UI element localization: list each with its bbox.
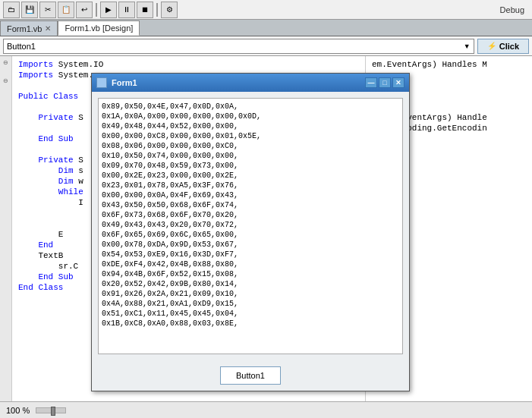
- toolbar-btn-pause[interactable]: ⏸: [118, 2, 135, 18]
- toolbar-separator-2: [156, 3, 158, 17]
- hex-line-9: 0x23,0x01,0x78,0xA5,0x3F,0x76,: [102, 181, 399, 190]
- gutter-line-1: ⊖: [2, 58, 10, 67]
- toolbar-separator-1: [96, 3, 97, 17]
- hex-line-7: 0x09,0x70,0x48,0x59,0x73,0x00,: [102, 161, 399, 171]
- hex-line-19: 0x20,0x52,0x42,0x9B,0x80,0x14,: [102, 279, 399, 289]
- toolbar-btn-1[interactable]: 🗀: [3, 2, 20, 18]
- hex-line-8: 0x00,0x2E,0x23,0x00,0x00,0x2E,: [102, 171, 399, 181]
- dialog-close-button[interactable]: ✕: [392, 77, 405, 88]
- hex-line-12: 0x6F,0x73,0x68,0x6F,0x70,0x20,: [102, 210, 399, 220]
- hex-line-21: 0x4A,0x88,0x21,0xA1,0xD9,0x15,: [102, 299, 399, 309]
- hex-line-17: 0xDE,0xF4,0x42,0x4B,0x88,0x80,: [102, 259, 399, 269]
- hex-line-23: 0x1B,0xC8,0xA0,0x88,0x03,0x8E,: [102, 319, 399, 328]
- gutter-line-3: ⊖: [2, 76, 10, 85]
- tab-form1vb-close[interactable]: ✕: [45, 24, 51, 33]
- dialog-button1[interactable]: Button1: [220, 366, 281, 385]
- debug-label: Debug: [496, 5, 529, 14]
- hex-line-13: 0x49,0x43,0x43,0x20,0x70,0x72,: [102, 220, 399, 230]
- hex-line-18: 0x94,0x4B,0x6F,0x52,0x15,0x08,: [102, 269, 399, 279]
- tab-form1vb-design-label: Form1.vb [Design]: [65, 24, 133, 33]
- dialog-titlebar: Form1 — □ ✕: [92, 74, 409, 92]
- click-label-text: Click: [499, 42, 519, 51]
- zoom-slider[interactable]: [36, 407, 66, 413]
- hex-line-20: 0x91,0x26,0x2A,0x21,0x09,0x10,: [102, 289, 399, 299]
- hex-line-10: 0x00,0x00,0x0A,0x4F,0x69,0x43,: [102, 190, 399, 200]
- lightning-icon: ⚡: [487, 42, 496, 50]
- right-code-line-1: em.EventArgs) Handles M: [372, 59, 526, 70]
- toolbar-btn-4[interactable]: 📋: [58, 2, 74, 18]
- tab-bar: Form1.vb ✕ Form1.vb [Design]: [0, 20, 532, 36]
- event-dropdown[interactable]: Button1 ▼: [3, 39, 474, 54]
- toolbar: 🗀 💾 ✂ 📋 ↩ ▶ ⏸ ⏹ ⚙ Debug: [0, 0, 532, 20]
- status-bar: 100 %: [0, 401, 532, 418]
- hex-line-11: 0x43,0x50,0x50,0x68,0x6F,0x74,: [102, 200, 399, 210]
- dialog-title-controls: — □ ✕: [365, 77, 405, 88]
- tab-form1vb-design[interactable]: Form1.vb [Design]: [58, 20, 140, 36]
- dropdown-arrow-icon: ▼: [464, 42, 471, 50]
- hex-line-6: 0x10,0x50,0x74,0x00,0x00,0x00,: [102, 151, 399, 161]
- dialog-title-icon: [96, 77, 107, 88]
- hex-line-1: 0x89,0x50,0x4E,0x47,0x0D,0x0A,: [102, 102, 399, 112]
- hex-line-2: 0x1A,0x0A,0x00,0x00,0x00,0x00,0x0D,: [102, 112, 399, 121]
- hex-line-14: 0x6F,0x65,0x69,0x6C,0x65,0x00,: [102, 230, 399, 240]
- zoom-slider-thumb[interactable]: [51, 407, 55, 416]
- dialog-minimize-button[interactable]: —: [365, 77, 377, 88]
- dialog-body: 0x89,0x50,0x4E,0x47,0x0D,0x0A, 0x1A,0x0A…: [92, 92, 409, 360]
- hex-line-15: 0x00,0x78,0xDA,0x9D,0x53,0x67,: [102, 240, 399, 250]
- toolbar-btn-2[interactable]: 💾: [21, 2, 38, 18]
- gutter-line-2: [2, 67, 10, 76]
- toolbar-btn-settings[interactable]: ⚙: [161, 2, 178, 18]
- code-line-1: Imports System.IO: [18, 59, 359, 70]
- toolbar-btn-run[interactable]: ▶: [100, 2, 117, 18]
- click-label[interactable]: ⚡ Click: [477, 39, 529, 54]
- dialog-footer: Button1: [92, 360, 409, 391]
- hex-content-area[interactable]: 0x89,0x50,0x4E,0x47,0x0D,0x0A, 0x1A,0x0A…: [98, 98, 403, 354]
- tab-form1vb-label: Form1.vb: [7, 24, 42, 33]
- hex-line-16: 0x54,0x53,0xE9,0x16,0x3D,0xF7,: [102, 250, 399, 259]
- zoom-label: 100 %: [6, 406, 30, 415]
- hex-line-22: 0x51,0xC1,0x11,0x45,0x45,0x04,: [102, 309, 399, 319]
- dialog-maximize-button[interactable]: □: [379, 77, 391, 88]
- tab-form1vb[interactable]: Form1.vb ✕: [0, 20, 58, 36]
- toolbar-btn-stop[interactable]: ⏹: [137, 2, 153, 18]
- toolbar-btn-3[interactable]: ✂: [39, 2, 56, 18]
- event-dropdown-value: Button1: [7, 42, 36, 51]
- hex-line-4: 0x00,0x00,0xC8,0x00,0x00,0x01,0x5E,: [102, 131, 399, 141]
- toolbar-btn-5[interactable]: ↩: [76, 2, 93, 18]
- hex-line-3: 0x49,0x48,0x44,0x52,0x00,0x00,: [102, 121, 399, 131]
- dialog-title-text: Form1: [112, 78, 137, 87]
- form1-dialog: Form1 — □ ✕ 0x89,0x50,0x4E,0x47,0x0D,0x0…: [91, 73, 410, 391]
- left-gutter: ⊖ ⊖: [0, 56, 12, 418]
- click-bar: Button1 ▼ ⚡ Click: [0, 36, 532, 56]
- hex-line-5: 0x08,0x06,0x00,0x00,0x00,0xC0,: [102, 141, 399, 151]
